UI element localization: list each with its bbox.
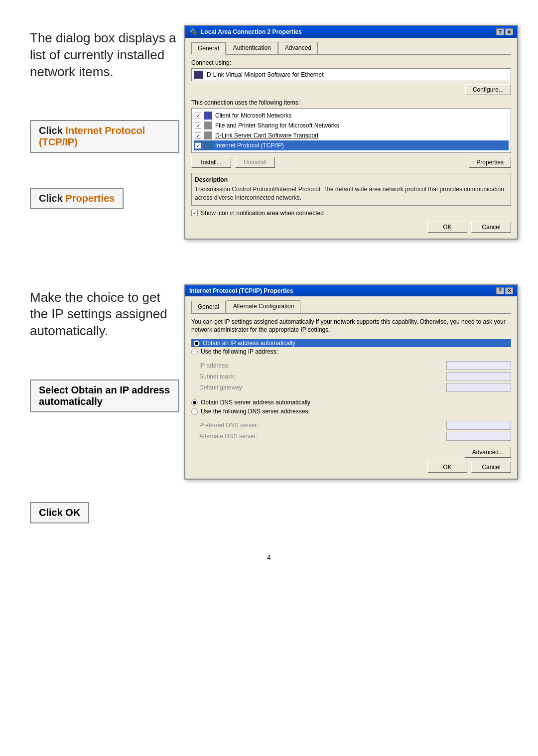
list-item[interactable]: D-Link Server Card Software Transport <box>194 130 509 140</box>
item4-icon <box>204 141 212 149</box>
connect-using-label: Connect using: <box>191 59 511 66</box>
uninstall-button[interactable]: Uninstall <box>235 157 275 168</box>
obtain-ip-label: Obtain an IP address automatically <box>203 340 295 347</box>
subnet-mask-field <box>446 372 511 381</box>
show-icon-label: Show icon in notification area when conn… <box>201 210 324 217</box>
instruction-box-click-ok: Click OK <box>30 502 89 523</box>
item3-icon <box>204 131 212 139</box>
configure-btn-row: Configure... <box>191 84 511 95</box>
instruction-box-obtain-ip: Select Obtain an IP address automaticall… <box>30 379 179 412</box>
tab-advanced[interactable]: Advanced <box>278 42 318 54</box>
ip-address-label: IP address: <box>199 362 446 369</box>
ip-address-field <box>446 361 511 370</box>
default-gateway-label: Default gateway: <box>199 384 446 391</box>
obtain-dns-row[interactable]: Obtain DNS server address automatically <box>191 398 511 407</box>
use-following-dns-radio[interactable] <box>191 408 198 415</box>
alternate-dns-label: Alternate DNS server: <box>199 433 446 440</box>
instruction-box-tcp: Click Internet Protocol (TCP/IP) <box>30 120 179 153</box>
use-following-ip-radio[interactable] <box>191 349 198 355</box>
dialog2-close-button[interactable]: ✕ <box>505 287 513 294</box>
preferred-dns-row: Preferred DNS server: <box>199 420 511 431</box>
item4-checkbox[interactable] <box>195 142 201 149</box>
items-list: Client for Microsoft Networks File and P… <box>191 108 511 153</box>
dialog1-ok-button[interactable]: OK <box>427 222 467 233</box>
tab-general[interactable]: General <box>191 42 226 55</box>
items-label: This connection uses the following items… <box>191 99 511 106</box>
obtain-dns-label: Obtain DNS server address automatically <box>201 399 310 406</box>
left-panel1: The dialog box displays a list of curren… <box>20 25 179 214</box>
dialog2-help-button[interactable]: ? <box>496 287 504 294</box>
section1-intro: The dialog box displays a list of curren… <box>30 30 179 80</box>
tab2-general[interactable]: General <box>191 301 226 313</box>
preferred-dns-label: Preferred DNS server: <box>199 422 446 429</box>
dialog1-title-left: 🔌 Local Area Connection 2 Properties <box>189 28 302 36</box>
ip-radio-group: Obtain an IP address automatically Use t… <box>191 339 511 356</box>
advanced-button[interactable]: Advanced... <box>465 447 511 458</box>
alternate-dns-field <box>446 432 511 441</box>
tab2-alternate[interactable]: Alternate Configuration <box>227 300 301 313</box>
obtain-dns-radio[interactable] <box>191 399 198 406</box>
dialog2-body: General Alternate Configuration You can … <box>185 296 517 479</box>
item4-label: Internet Protocol (TCP/IP) <box>215 142 284 149</box>
dialog1-body: General Authentication Advanced Connect … <box>185 38 517 239</box>
close-button[interactable]: ✕ <box>505 28 513 35</box>
item1-checkbox[interactable] <box>195 113 201 119</box>
default-gateway-field <box>446 383 511 392</box>
description-text: Transmission Control Protocol/Internet P… <box>195 185 508 202</box>
obtain-ip-radio[interactable] <box>193 340 200 347</box>
dialog1-cancel-button[interactable]: Cancel <box>471 222 511 233</box>
dns-radio-group: Obtain DNS server address automatically … <box>191 398 511 416</box>
use-following-dns-row[interactable]: Use the following DNS server addresses: <box>191 407 511 416</box>
dialog2-titlebar-buttons: ? ✕ <box>496 287 513 294</box>
page-number: 4 <box>20 543 518 566</box>
left-panel2: Make the choice to get the IP settings a… <box>20 284 179 523</box>
install-button[interactable]: Install... <box>191 157 231 168</box>
section2-instruction1-prefix: Select <box>39 384 71 395</box>
section2-instruction2-prefix: Click <box>39 507 65 518</box>
item3-checkbox[interactable] <box>195 132 201 139</box>
subnet-mask-row: Subnet mask: <box>199 371 511 382</box>
page: The dialog box displays a list of curren… <box>0 0 538 581</box>
show-icon-checkbox[interactable] <box>191 210 198 216</box>
action-buttons-row: Install... Uninstall Properties <box>191 157 511 168</box>
item2-checkbox[interactable] <box>195 123 201 129</box>
dialog2-titlebar: Internet Protocol (TCP/IP) Properties ? … <box>185 285 517 296</box>
adapter-name: D-Link Virtual Miniport Software for Eth… <box>207 71 324 78</box>
section-gap <box>20 259 518 274</box>
dialog2-title: Internet Protocol (TCP/IP) Properties <box>189 287 293 294</box>
instruction-box-properties: Click Properties <box>30 188 124 209</box>
dialog2-ok-button[interactable]: OK <box>427 462 467 473</box>
section1: The dialog box displays a list of curren… <box>20 15 518 259</box>
show-icon-row: Show icon in notification area when conn… <box>191 210 511 217</box>
tab-authentication[interactable]: Authentication <box>227 42 277 54</box>
dialog1-bottom-buttons: OK Cancel <box>191 222 511 233</box>
use-following-ip-row[interactable]: Use the following IP address: <box>191 347 511 356</box>
section2-intro: Make the choice to get the IP settings a… <box>30 289 179 340</box>
dialog2-title-left: Internet Protocol (TCP/IP) Properties <box>189 287 293 294</box>
item1-icon <box>204 112 212 120</box>
list-item-tcp[interactable]: Internet Protocol (TCP/IP) <box>194 140 509 150</box>
configure-button[interactable]: Configure... <box>465 84 511 95</box>
instruction2-highlight: Properties <box>65 193 115 204</box>
section2-instruction2-highlight: OK <box>65 507 80 518</box>
section2-info: You can get IP settings assigned automat… <box>191 318 511 335</box>
dialog2-cancel-button[interactable]: Cancel <box>471 462 511 473</box>
alternate-dns-row: Alternate DNS server: <box>199 431 511 442</box>
default-gateway-row: Default gateway: <box>199 382 511 393</box>
dialog1-titlebar: 🔌 Local Area Connection 2 Properties ? ✕ <box>185 26 517 38</box>
list-item[interactable]: Client for Microsoft Networks <box>194 111 509 121</box>
obtain-ip-row[interactable]: Obtain an IP address automatically <box>191 339 511 347</box>
help-button[interactable]: ? <box>496 28 504 35</box>
description-group: Description Transmission Control Protoco… <box>191 173 511 206</box>
section2: Make the choice to get the IP settings a… <box>20 274 518 543</box>
list-item[interactable]: File and Printer Sharing for Microsoft N… <box>194 121 509 130</box>
instruction2-prefix: Click <box>39 193 65 204</box>
item2-icon <box>204 122 212 129</box>
adapter-icon <box>194 71 203 79</box>
network-icon: 🔌 <box>189 28 198 36</box>
use-following-dns-label: Use the following DNS server addresses: <box>201 408 310 415</box>
preferred-dns-field <box>446 421 511 430</box>
item3-label: D-Link Server Card Software Transport <box>215 132 318 139</box>
properties-button[interactable]: Properties <box>469 157 511 168</box>
item1-label: Client for Microsoft Networks <box>215 112 291 119</box>
